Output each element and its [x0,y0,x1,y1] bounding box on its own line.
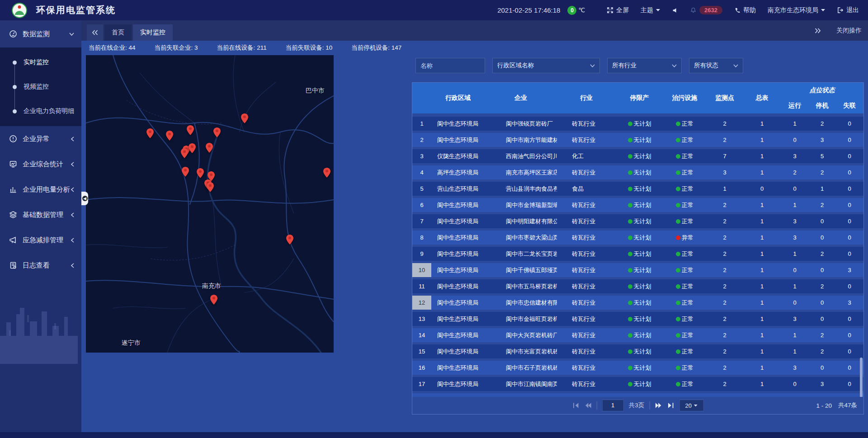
total-meter-cell: 1 [743,198,781,212]
facility-status-dot [676,349,680,354]
prev-page-button[interactable] [585,402,592,409]
table-row[interactable]: 9 阆中生态环境局 阆中市二龙长宝页岩砖 砖瓦行业 无计划 正常 2 1 1 2… [412,247,863,261]
map-panel[interactable]: 巴中市南充市遂宁市 [86,55,334,353]
theme-menu[interactable]: 主题 [641,6,660,14]
row-index-cell: 15 [412,344,431,358]
facility-status-dot [676,187,680,191]
map-pin[interactable] [213,127,221,137]
table-row[interactable]: 11 阆中生态环境局 阆中市五马桥页岩机砖 砖瓦行业 无计划 正常 2 1 1 … [412,279,863,293]
sidebar-item-emergency-reduction[interactable]: 应急减排管理 [0,227,81,253]
table-row[interactable]: 12 阆中生态环境局 阆中市忠信建材有限公 砖瓦行业 无计划 正常 2 1 0 … [412,296,863,310]
table-row[interactable]: 3 仪陇生态环境局 西南油气田分公司川中 化工 无计划 正常 7 1 3 5 0 [412,149,863,163]
page-input[interactable]: 1 [602,400,624,411]
mute-button[interactable] [672,7,678,14]
run-count-cell: 0 [781,133,809,147]
production-cell: 无计划 [616,182,663,196]
monitor-count-cell: 2 [706,312,743,326]
status-dot-green [628,122,632,126]
map-pin[interactable] [166,131,173,141]
sidebar-item-power-analysis[interactable]: 企业用电量分析 [0,177,81,202]
monitor-count-cell: 1 [706,182,743,196]
sidebar-item-data-monitor[interactable]: 数据监测 [0,20,81,47]
stop-count-cell: 6 [809,393,835,397]
sidebar-item-enterprise-statistics[interactable]: 企业综合统计 [0,151,81,177]
production-cell: 无计划 [616,117,663,131]
exit-button[interactable]: 退出 [837,6,859,14]
map-pin[interactable] [189,143,196,153]
table-row[interactable]: 6 阆中生态环境局 阆中市金博瑞新型墙材 砖瓦行业 无计划 正常 2 1 1 2… [412,198,863,212]
map-pin[interactable] [286,235,293,245]
facility-cell: 正常 [663,165,706,179]
submenu-item[interactable]: 视频监控 [0,75,81,99]
facility-cell: 正常 [663,182,706,196]
sidebar-item-enterprise-abnormal[interactable]: 企业异常 [0,126,81,151]
map-pin[interactable] [187,125,194,135]
close-operations-button[interactable]: 关闭操作 [836,27,862,35]
table-row[interactable]: 14 阆中生态环境局 阆中大兴页岩机砖厂 砖瓦行业 无计划 正常 2 1 1 2… [412,328,863,342]
map-pin[interactable] [210,295,217,305]
gauge-icon [9,30,17,38]
fullscreen-button[interactable]: 全屏 [607,6,629,14]
table-row[interactable]: 4 高坪生态环境局 南充市高坪区王家店建 砖瓦行业 无计划 正常 3 1 2 2… [412,165,863,179]
last-page-button[interactable] [667,402,674,409]
table-row[interactable]: 13 阆中生态环境局 阆中市金福旺页岩机砖 砖瓦行业 无计划 正常 2 1 3 … [412,312,863,326]
stat-item: 当前失联设备: 10 [286,44,333,52]
stat-label: 当前在线企业: [89,44,127,51]
stat-value: 10 [326,44,332,51]
map-pin[interactable] [146,128,154,138]
map-pin[interactable] [181,148,188,158]
production-cell: 无计划 [616,312,663,326]
submenu-item[interactable]: 实时监控 [0,50,81,75]
map-pin[interactable] [323,168,330,178]
facility-cell: 正常 [663,214,706,228]
map-pin[interactable] [207,182,214,192]
total-meter-cell: 0 [743,182,781,196]
status-select[interactable]: 所有状态 [689,58,743,73]
map-pin[interactable] [206,143,213,153]
table-row[interactable]: 16 阆中生态环境局 阆中市石子页岩机砖厂 砖瓦行业 无计划 正常 2 1 3 … [412,361,863,375]
status-dot-green [628,301,632,305]
map-pin[interactable] [197,168,204,178]
user-menu[interactable]: 南充市生态环境局 [768,6,825,14]
facility-status-dot [676,284,680,289]
table-row[interactable]: 17 阆中生态环境局 阆中市江南镇阆南页岩 砖瓦行业 无计划 正常 2 1 0 … [412,377,863,391]
tabs-scroll-left-button[interactable] [87,24,103,41]
sidebar-item-log-view[interactable]: 日志查看 [0,253,81,278]
facility-status-dot [676,138,680,142]
table-row[interactable]: 8 阆中生态环境局 阆中市枣碧大梁山页岩 砖瓦行业 无计划 异常 2 1 3 0… [412,231,863,245]
total-meter-cell: 1 [743,165,781,179]
table-row[interactable]: 7 阆中生态环境局 阆中明阳建材有限公司 砖瓦行业 无计划 正常 2 1 3 0… [412,214,863,228]
tab[interactable]: 实时监控 ✕ [133,24,173,41]
region-select[interactable]: 行政区域名称 [492,58,600,73]
table-row[interactable]: 2 阆中生态环境局 阆中市南方节能建材有 砖瓦行业 无计划 正常 2 1 0 3… [412,133,863,147]
total-meter-cell: 1 [743,328,781,342]
notifications[interactable]: 2632 [690,6,722,14]
row-index-cell: 11 [412,279,431,293]
map-pin[interactable] [182,167,189,177]
page-size-select[interactable]: 20 [679,400,703,411]
next-page-button[interactable] [655,402,662,409]
first-page-button[interactable] [572,402,580,409]
double-chevron-right-icon[interactable] [815,28,821,33]
table-row[interactable]: 15 阆中生态环境局 阆中市光富页岩机砖厂 砖瓦行业 无计划 正常 2 1 1 … [412,344,863,358]
phone-icon [734,7,741,14]
production-cell: 无计划 [616,263,663,277]
lost-count-cell: 0 [835,133,863,147]
help-button[interactable]: 帮助 [734,6,756,14]
row-index-cell: 18 [412,393,431,397]
table-row[interactable]: 10 阆中生态环境局 阆中千佛镇五郎垭页岩 砖瓦行业 无计划 正常 2 1 0 … [412,263,863,277]
monitor-count-cell: 2 [706,263,743,277]
name-search-input[interactable] [415,58,485,73]
facility-status-dot [676,170,680,175]
industry-select[interactable]: 所有行业 [607,58,682,73]
company-cell: 南充市高坪区王家店建 [485,165,557,179]
table-row[interactable]: 18 南部生态环境局 南部县砌兴页岩有限公 建材加工 无计划 正常 6 2 3 … [412,393,863,397]
map-pin[interactable] [241,113,248,123]
table-row[interactable]: 5 营山生态环境局 营山县润丰肉食品有限 食品 无计划 正常 1 0 0 1 0 [412,182,863,196]
table-row[interactable]: 1 阆中生态环境局 阆中强锐页岩砖厂 砖瓦行业 无计划 正常 2 1 1 2 0 [412,117,863,131]
sidebar-item-base-data[interactable]: 基础数据管理 [0,202,81,227]
sidebar-collapse-handle[interactable]: ◀ [81,192,88,205]
submenu-item[interactable]: 企业电力负荷明细 [0,99,81,123]
tab[interactable]: 首页 ✕ [104,24,132,41]
header-monitor: 监测点 [706,83,743,113]
